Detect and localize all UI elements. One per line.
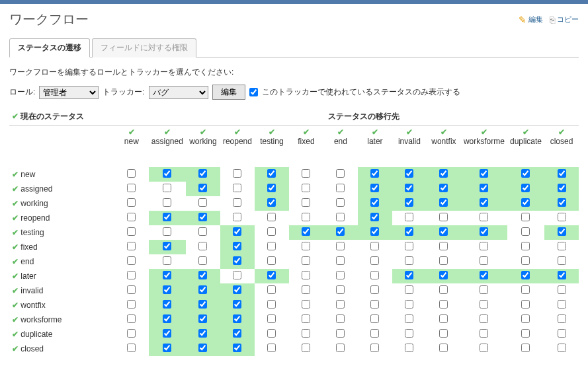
transition-checkbox[interactable] bbox=[480, 285, 488, 294]
transition-checkbox[interactable] bbox=[480, 184, 488, 192]
transition-checkbox[interactable] bbox=[558, 242, 566, 250]
transition-checkbox[interactable] bbox=[233, 198, 241, 207]
transition-checkbox[interactable] bbox=[336, 227, 345, 236]
transition-checkbox[interactable] bbox=[405, 227, 413, 236]
transition-checkbox[interactable] bbox=[405, 314, 413, 323]
transition-checkbox[interactable] bbox=[521, 242, 530, 250]
transition-checkbox[interactable] bbox=[233, 227, 241, 236]
transition-checkbox[interactable] bbox=[198, 344, 207, 352]
transition-checkbox[interactable] bbox=[370, 329, 379, 338]
transition-checkbox[interactable] bbox=[163, 344, 171, 352]
transition-checkbox[interactable] bbox=[198, 169, 207, 178]
transition-checkbox[interactable] bbox=[521, 271, 530, 279]
transition-checkbox[interactable] bbox=[480, 314, 488, 323]
transition-checkbox[interactable] bbox=[302, 227, 310, 236]
transition-checkbox[interactable] bbox=[370, 213, 379, 221]
transition-checkbox[interactable] bbox=[163, 227, 171, 236]
transition-checkbox[interactable] bbox=[405, 344, 413, 352]
transition-checkbox[interactable] bbox=[370, 198, 379, 207]
transition-checkbox[interactable] bbox=[521, 300, 530, 309]
transition-checkbox[interactable] bbox=[302, 300, 310, 309]
transition-checkbox[interactable] bbox=[439, 169, 448, 178]
transition-checkbox[interactable] bbox=[267, 300, 276, 309]
transition-checkbox[interactable] bbox=[405, 300, 413, 309]
transition-checkbox[interactable] bbox=[233, 242, 241, 250]
transition-checkbox[interactable] bbox=[370, 184, 379, 192]
transition-checkbox[interactable] bbox=[439, 314, 448, 323]
transition-checkbox[interactable] bbox=[127, 242, 136, 250]
transition-checkbox[interactable] bbox=[405, 184, 413, 192]
transition-checkbox[interactable] bbox=[558, 271, 566, 279]
transition-checkbox[interactable] bbox=[163, 242, 171, 250]
transition-checkbox[interactable] bbox=[480, 329, 488, 338]
transition-checkbox[interactable] bbox=[336, 314, 345, 323]
transition-checkbox[interactable] bbox=[163, 198, 171, 207]
transition-checkbox[interactable] bbox=[336, 285, 345, 294]
transition-checkbox[interactable] bbox=[233, 184, 241, 192]
role-select[interactable]: 管理者 bbox=[39, 86, 99, 99]
transition-checkbox[interactable] bbox=[439, 184, 448, 192]
transition-checkbox[interactable] bbox=[480, 256, 488, 265]
transition-checkbox[interactable] bbox=[267, 227, 276, 236]
transition-checkbox[interactable] bbox=[198, 184, 207, 192]
transition-checkbox[interactable] bbox=[163, 184, 171, 192]
transition-checkbox[interactable] bbox=[267, 256, 276, 265]
transition-checkbox[interactable] bbox=[233, 213, 241, 221]
transition-checkbox[interactable] bbox=[302, 213, 310, 221]
transition-checkbox[interactable] bbox=[370, 242, 379, 250]
transition-checkbox[interactable] bbox=[336, 344, 345, 352]
transition-checkbox[interactable] bbox=[233, 169, 241, 178]
transition-checkbox[interactable] bbox=[163, 213, 171, 221]
transition-checkbox[interactable] bbox=[267, 285, 276, 294]
tracker-select[interactable]: バグ bbox=[149, 86, 208, 99]
transition-checkbox[interactable] bbox=[480, 169, 488, 178]
transition-checkbox[interactable] bbox=[405, 242, 413, 250]
edit-button[interactable]: 編集 bbox=[212, 85, 245, 100]
transition-checkbox[interactable] bbox=[480, 300, 488, 309]
transition-checkbox[interactable] bbox=[480, 344, 488, 352]
transition-checkbox[interactable] bbox=[163, 329, 171, 338]
transition-checkbox[interactable] bbox=[198, 300, 207, 309]
transition-checkbox[interactable] bbox=[405, 256, 413, 265]
transition-checkbox[interactable] bbox=[370, 285, 379, 294]
transition-checkbox[interactable] bbox=[439, 242, 448, 250]
transition-checkbox[interactable] bbox=[405, 329, 413, 338]
transition-checkbox[interactable] bbox=[198, 227, 207, 236]
transition-checkbox[interactable] bbox=[198, 329, 207, 338]
transition-checkbox[interactable] bbox=[127, 184, 136, 192]
transition-checkbox[interactable] bbox=[198, 256, 207, 265]
transition-checkbox[interactable] bbox=[558, 344, 566, 352]
transition-checkbox[interactable] bbox=[521, 256, 530, 265]
transition-checkbox[interactable] bbox=[198, 198, 207, 207]
transition-checkbox[interactable] bbox=[267, 169, 276, 178]
transition-checkbox[interactable] bbox=[370, 169, 379, 178]
transition-checkbox[interactable] bbox=[439, 213, 448, 221]
transition-checkbox[interactable] bbox=[336, 329, 345, 338]
transition-checkbox[interactable] bbox=[302, 314, 310, 323]
transition-checkbox[interactable] bbox=[439, 344, 448, 352]
transition-checkbox[interactable] bbox=[405, 198, 413, 207]
transition-checkbox[interactable] bbox=[302, 184, 310, 192]
transition-checkbox[interactable] bbox=[233, 285, 241, 294]
only-used-checkbox[interactable] bbox=[249, 88, 258, 96]
transition-checkbox[interactable] bbox=[127, 329, 136, 338]
transition-checkbox[interactable] bbox=[439, 198, 448, 207]
transition-checkbox[interactable] bbox=[370, 256, 379, 265]
transition-checkbox[interactable] bbox=[521, 314, 530, 323]
transition-checkbox[interactable] bbox=[302, 329, 310, 338]
transition-checkbox[interactable] bbox=[558, 213, 566, 221]
transition-checkbox[interactable] bbox=[336, 271, 345, 279]
copy-link[interactable]: コピー bbox=[550, 15, 579, 25]
tab-field-permissions[interactable]: フィールドに対する権限 bbox=[92, 38, 196, 57]
transition-checkbox[interactable] bbox=[405, 271, 413, 279]
transition-checkbox[interactable] bbox=[127, 314, 136, 323]
transition-checkbox[interactable] bbox=[336, 242, 345, 250]
transition-checkbox[interactable] bbox=[439, 329, 448, 338]
transition-checkbox[interactable] bbox=[267, 213, 276, 221]
transition-checkbox[interactable] bbox=[302, 285, 310, 294]
transition-checkbox[interactable] bbox=[480, 213, 488, 221]
transition-checkbox[interactable] bbox=[127, 344, 136, 352]
transition-checkbox[interactable] bbox=[127, 256, 136, 265]
transition-checkbox[interactable] bbox=[198, 271, 207, 279]
transition-checkbox[interactable] bbox=[439, 285, 448, 294]
